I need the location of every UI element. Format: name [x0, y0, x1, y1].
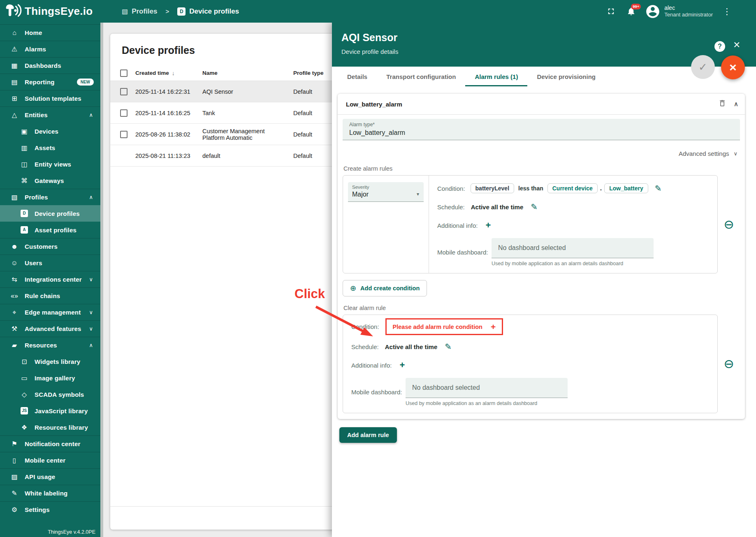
add-alarm-rule-button[interactable]: Add alarm rule: [339, 427, 397, 443]
notifications-bell-icon[interactable]: 99+: [626, 7, 636, 16]
sidebar-item-assets[interactable]: ▥Assets: [0, 139, 100, 156]
fullscreen-icon[interactable]: [606, 7, 616, 16]
image-gallery-icon: ▭: [19, 374, 30, 382]
remove-create-rule-icon[interactable]: ⊖: [724, 218, 734, 231]
topbar-actions: 99+ alec Tenant administrator ⋮: [606, 0, 756, 23]
sidebar-item-resources[interactable]: ▰Resources∧: [0, 337, 100, 353]
sidebar-item-device-profiles[interactable]: DDevice profiles: [0, 205, 100, 222]
sidebar-item-profiles[interactable]: ▧Profiles∧: [0, 189, 100, 205]
sidebar-item-advanced-features[interactable]: ⚒Advanced features∨: [0, 320, 100, 337]
entity-views-icon: ◫: [19, 160, 30, 168]
kebab-menu-icon[interactable]: ⋮: [723, 7, 731, 16]
add-clear-condition-icon[interactable]: +: [491, 322, 496, 331]
sidebar-item-reporting[interactable]: ▤ReportingNEW: [0, 74, 100, 90]
sidebar-item-label: Edge management: [25, 309, 81, 316]
add-create-condition-button[interactable]: ⊕ Add create condition: [343, 280, 427, 296]
edit-schedule-icon[interactable]: ✎: [531, 202, 538, 212]
alarm-type-field[interactable]: Alarm type* Low_battery_alarm: [343, 119, 740, 140]
alarm-rule-panel: Low_battery_alarm ∧ Alarm type* Low_batt…: [338, 94, 745, 419]
avatar[interactable]: [645, 4, 661, 19]
drawer-title: AQI Sensor: [341, 32, 397, 44]
severity-value: Major: [352, 191, 420, 198]
delete-alarm-icon[interactable]: [718, 99, 726, 109]
sidebar-item-integrations-center[interactable]: ⇆Integrations center∨: [0, 271, 100, 287]
clear-mobile-dashboard-hint: Used by mobile application as an alarm d…: [406, 400, 568, 406]
assets-icon: ▥: [19, 144, 30, 152]
alarm-rule-panel-header[interactable]: Low_battery_alarm ∧: [338, 94, 745, 114]
sidebar-item-notification-center[interactable]: ⚑Notification center: [0, 435, 100, 452]
sidebar-item-javascript-library[interactable]: JSJavaScript library: [0, 403, 100, 419]
sidebar-item-entity-views[interactable]: ◫Entity views: [0, 156, 100, 172]
tab-details[interactable]: Details: [338, 67, 377, 86]
sidebar-item-gateways[interactable]: ⌘Gateways: [0, 172, 100, 189]
severity-select[interactable]: Severity Major ▾: [348, 182, 424, 202]
row-checkbox[interactable]: [120, 88, 128, 95]
sidebar-item-image-gallery[interactable]: ▭Image gallery: [0, 370, 100, 386]
clear-mobile-dashboard-select[interactable]: No dashboard selected: [406, 378, 568, 398]
column-created-time[interactable]: Created time: [135, 70, 169, 76]
sidebar-item-devices[interactable]: ▣Devices: [0, 123, 100, 139]
user-name: alec: [664, 4, 713, 12]
breadcrumb-profiles[interactable]: Profiles: [132, 7, 157, 16]
logo[interactable]: ThingsEye.io: [4, 3, 108, 20]
scrollbar[interactable]: [100, 23, 103, 537]
breadcrumb-device-profiles[interactable]: Device profiles: [189, 7, 239, 16]
sidebar-item-white-labeling[interactable]: ✎White labeling: [0, 485, 100, 501]
sidebar-item-dashboards[interactable]: ▦Dashboards: [0, 57, 100, 74]
tab-device-provisioning[interactable]: Device provisioning: [527, 67, 605, 86]
select-all-checkbox[interactable]: [120, 69, 128, 77]
sidebar-item-customers[interactable]: ☻Customers: [0, 238, 100, 255]
edge-management-icon: ⌖: [9, 309, 20, 316]
edit-condition-icon[interactable]: ✎: [655, 183, 662, 193]
cancel-changes-fab[interactable]: ×: [721, 56, 745, 79]
sidebar-item-asset-profiles[interactable]: AAsset profiles: [0, 222, 100, 238]
column-name[interactable]: Name: [202, 70, 293, 76]
condition-key-chip[interactable]: batteryLevel: [471, 183, 514, 193]
sidebar-item-solution-templates[interactable]: ⊞Solution templates: [0, 90, 100, 106]
add-clear-additional-info-icon[interactable]: +: [399, 361, 405, 370]
advanced-settings-toggle[interactable]: Advanced settings ∨: [345, 150, 737, 157]
sort-desc-icon[interactable]: ↓: [172, 70, 175, 76]
collapse-alarm-icon[interactable]: ∧: [734, 100, 738, 108]
user-info[interactable]: alec Tenant administrator: [664, 4, 713, 19]
reporting-icon: ▤: [9, 78, 20, 86]
tab-transport-configuration[interactable]: Transport configuration: [377, 67, 465, 86]
white-labeling-icon: ✎: [9, 489, 20, 497]
sidebar-item-widgets-library[interactable]: ⊡Widgets library: [0, 353, 100, 370]
sidebar: ⌂Home⚠Alarms▦Dashboards▤ReportingNEW⊞Sol…: [0, 23, 100, 537]
add-clear-condition-annotated[interactable]: Please add alarm rule condition +: [385, 318, 503, 335]
alarm-name: Low_battery_alarm: [346, 101, 402, 108]
sidebar-item-users[interactable]: ☺Users: [0, 255, 100, 271]
resources-library-icon: ❖: [19, 424, 30, 431]
sidebar-item-resources-library[interactable]: ❖Resources library: [0, 419, 100, 435]
row-checkbox[interactable]: [120, 109, 128, 117]
close-icon[interactable]: ×: [733, 39, 740, 51]
users-icon: ☺: [9, 259, 20, 267]
chevron-down-icon: ∨: [89, 276, 93, 282]
row-checkbox[interactable]: [120, 131, 128, 138]
condition-value-chip[interactable]: Low_battery: [604, 183, 648, 193]
add-additional-info-icon[interactable]: +: [485, 221, 491, 230]
sidebar-item-mobile-center[interactable]: ▯Mobile center: [0, 452, 100, 468]
resources-icon: ▰: [9, 341, 20, 349]
mobile-dashboard-select[interactable]: No dashboard selected: [492, 238, 654, 258]
remove-clear-rule-icon[interactable]: ⊖: [724, 358, 734, 370]
apply-changes-fab[interactable]: ✓: [691, 55, 715, 79]
sidebar-item-scada-symbols[interactable]: ◇SCADA symbols: [0, 386, 100, 403]
cell-name: Customer Management Platform Automatic: [202, 128, 293, 141]
sidebar-item-home[interactable]: ⌂Home: [0, 24, 100, 41]
sidebar-item-settings[interactable]: ⚙Settings: [0, 501, 100, 518]
sidebar-item-api-usage[interactable]: ▨API usage: [0, 468, 100, 485]
sidebar-item-edge-management[interactable]: ⌖Edge management∨: [0, 304, 100, 320]
condition-entity-chip[interactable]: Current device: [547, 183, 598, 193]
clear-schedule-label: Schedule:: [351, 343, 379, 350]
customers-icon: ☻: [9, 243, 20, 250]
add-circle-icon: ⊕: [350, 284, 356, 293]
help-icon[interactable]: ?: [714, 41, 725, 52]
sidebar-item-entities[interactable]: △Entities∧: [0, 106, 100, 123]
sidebar-item-alarms[interactable]: ⚠Alarms: [0, 41, 100, 57]
tab-alarm-rules-1[interactable]: Alarm rules (1): [465, 67, 527, 86]
edit-clear-schedule-icon[interactable]: ✎: [445, 342, 452, 352]
sidebar-item-rule-chains[interactable]: «»Rule chains: [0, 287, 100, 304]
clear-condition-label: Condition:: [351, 323, 379, 330]
